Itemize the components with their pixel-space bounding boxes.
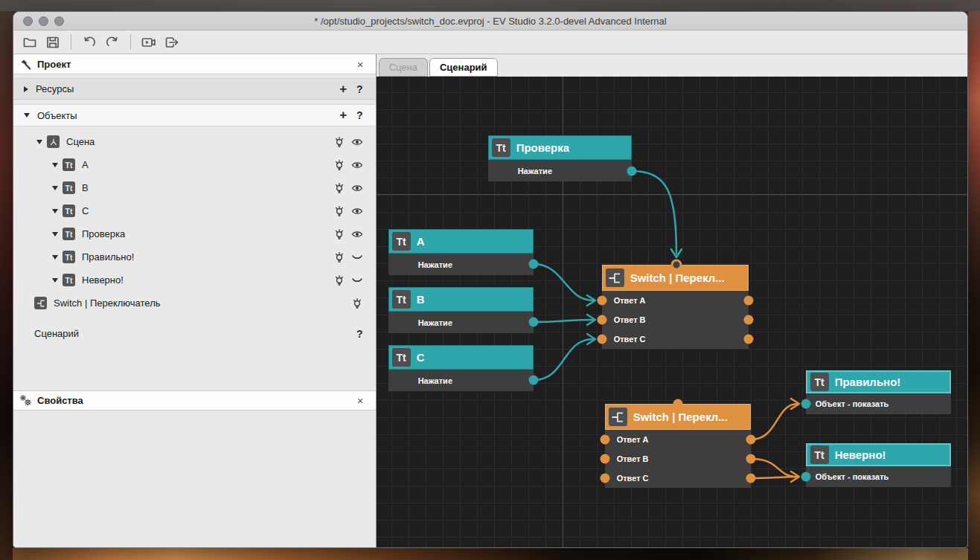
help-object-button[interactable]: ? — [356, 109, 363, 121]
node-neverno[interactable]: TtНеверно! Объект - показать — [806, 443, 951, 487]
port-output-switch1-otvet-c[interactable] — [743, 335, 753, 344]
close-icon[interactable]: × — [357, 58, 364, 71]
port-input-switch2-top[interactable] — [673, 399, 682, 409]
port-input-switch2-otvet-b[interactable] — [600, 454, 609, 464]
lightbulb-icon[interactable] — [333, 136, 345, 148]
minimize-window-button[interactable] — [39, 16, 48, 26]
tab-scenario[interactable]: Сценарий — [429, 58, 498, 77]
help-resource-button[interactable]: ? — [356, 83, 363, 95]
text-object-icon: Tt — [63, 251, 75, 263]
eye-open-icon[interactable] — [351, 159, 363, 171]
desktop-wallpaper — [0, 0, 980, 11]
eye-open-icon[interactable] — [351, 205, 363, 217]
close-window-button[interactable] — [23, 16, 33, 26]
node-pravilno[interactable]: TtПравильно! Объект - показать — [806, 370, 951, 414]
close-icon[interactable]: × — [357, 394, 364, 407]
preview-icon[interactable] — [141, 34, 157, 51]
port-output-switch1-otvet-b[interactable] — [743, 315, 753, 325]
port-input-pravilno-show[interactable] — [801, 399, 810, 409]
add-resource-button[interactable]: + — [339, 82, 347, 97]
chevron-down-icon[interactable] — [52, 209, 58, 213]
port-input-switch1-otvet-b[interactable] — [597, 315, 606, 325]
port-output-a-najatie[interactable] — [528, 260, 538, 269]
export-icon[interactable] — [164, 34, 180, 51]
hammer-icon — [19, 58, 32, 71]
tab-scene[interactable]: Сцена — [379, 58, 428, 77]
chevron-down-icon[interactable] — [52, 278, 58, 283]
text-object-icon: Tt — [392, 348, 411, 367]
tree-item-c[interactable]: Tt C — [13, 199, 376, 222]
chevron-down-icon[interactable] — [52, 232, 58, 236]
tree-item-label: C — [82, 205, 89, 216]
text-object-icon: Tt — [63, 205, 75, 217]
lightbulb-icon[interactable] — [351, 297, 363, 309]
switch-node-icon — [34, 297, 47, 309]
title-bar[interactable]: * /opt/studio_projects/switch_doc.evproj… — [13, 12, 967, 30]
chevron-down-icon[interactable] — [52, 186, 58, 190]
port-input-switch1-top[interactable] — [670, 260, 682, 271]
eye-open-icon[interactable] — [351, 136, 363, 148]
node-switch-2[interactable]: Switch | Перекл... Ответ A Ответ B Ответ… — [605, 404, 751, 488]
event-row-label: Нажатие — [418, 260, 452, 269]
tree-item-label: Switch | Переключатель — [54, 297, 161, 309]
node-switch-1[interactable]: Switch | Перекл... Ответ A Ответ B Ответ… — [602, 265, 749, 349]
zoom-window-button[interactable] — [54, 16, 64, 26]
open-folder-icon[interactable] — [22, 34, 38, 51]
chevron-down-icon[interactable] — [24, 113, 30, 118]
section-objects[interactable]: Объекты + ? — [13, 104, 376, 126]
node-title: Правильно! — [835, 376, 901, 388]
port-input-switch1-otvet-c[interactable] — [597, 335, 606, 344]
chevron-down-icon[interactable] — [36, 140, 42, 144]
port-output-proverka-najatie[interactable] — [627, 167, 636, 176]
port-output-b-najatie[interactable] — [528, 318, 538, 327]
help-scenario-button[interactable]: ? — [356, 328, 363, 340]
port-output-switch2-otvet-b[interactable] — [746, 454, 755, 464]
node-title: Неверно! — [835, 448, 886, 461]
lightbulb-icon[interactable] — [333, 274, 345, 286]
port-output-switch1-otvet-a[interactable] — [743, 296, 753, 306]
text-object-icon: Tt — [810, 445, 829, 464]
node-title: Switch | Перекл... — [630, 271, 725, 284]
tree-item-neverno[interactable]: Tt Неверно! — [13, 268, 376, 292]
chevron-right-icon[interactable] — [24, 86, 28, 92]
save-icon[interactable] — [45, 34, 61, 51]
lightbulb-icon[interactable] — [333, 159, 345, 171]
tree-item-b[interactable]: Tt B — [13, 176, 376, 199]
lightbulb-icon[interactable] — [333, 205, 345, 217]
port-input-switch1-otvet-a[interactable] — [597, 296, 606, 306]
port-output-c-najatie[interactable] — [528, 376, 538, 385]
port-input-switch2-otvet-a[interactable] — [600, 435, 609, 445]
eye-closed-icon[interactable] — [351, 251, 363, 263]
tree-item-scenario[interactable]: Сценарий ? — [13, 322, 376, 345]
eye-open-icon[interactable] — [351, 182, 363, 194]
node-proverka[interactable]: TtПроверка Нажатие — [488, 135, 632, 181]
tree-item-proverka[interactable]: Tt Проверка — [13, 222, 376, 245]
section-resources[interactable]: Ресурсы + ? — [13, 78, 376, 100]
port-output-switch2-otvet-c[interactable] — [746, 474, 755, 483]
chevron-down-icon[interactable] — [52, 163, 58, 167]
node-graph-canvas[interactable]: TtПроверка Нажатие TtA Нажатие TtB Нажат… — [377, 77, 967, 548]
chevron-down-icon[interactable] — [52, 255, 58, 260]
tree-item-switch[interactable]: Switch | Переключатель — [13, 292, 376, 315]
lightbulb-icon[interactable] — [333, 251, 345, 263]
port-input-switch2-otvet-c[interactable] — [600, 474, 609, 483]
action-row-label: Объект - показать — [816, 399, 889, 408]
port-input-neverno-show[interactable] — [801, 472, 810, 482]
eye-closed-icon[interactable] — [351, 274, 363, 286]
add-object-button[interactable]: + — [339, 108, 347, 123]
tree-item-scene[interactable]: Сцена — [13, 130, 376, 153]
tree-item-pravilno[interactable]: Tt Правильно! — [13, 245, 376, 268]
eye-open-icon[interactable] — [351, 228, 363, 240]
redo-icon[interactable] — [104, 34, 121, 51]
lightbulb-icon[interactable] — [333, 228, 345, 240]
node-a[interactable]: TtA Нажатие — [388, 229, 534, 275]
port-output-switch2-otvet-a[interactable] — [746, 435, 755, 445]
undo-icon[interactable] — [81, 34, 97, 51]
node-c[interactable]: TtC Нажатие — [388, 345, 534, 391]
node-b[interactable]: TtB Нажатие — [388, 287, 534, 333]
text-object-icon: Tt — [63, 158, 75, 171]
desktop-wallpaper — [13, 548, 968, 560]
tree-item-a[interactable]: Tt A — [13, 153, 376, 176]
lightbulb-icon[interactable] — [333, 182, 345, 194]
desktop-wallpaper — [0, 11, 13, 560]
